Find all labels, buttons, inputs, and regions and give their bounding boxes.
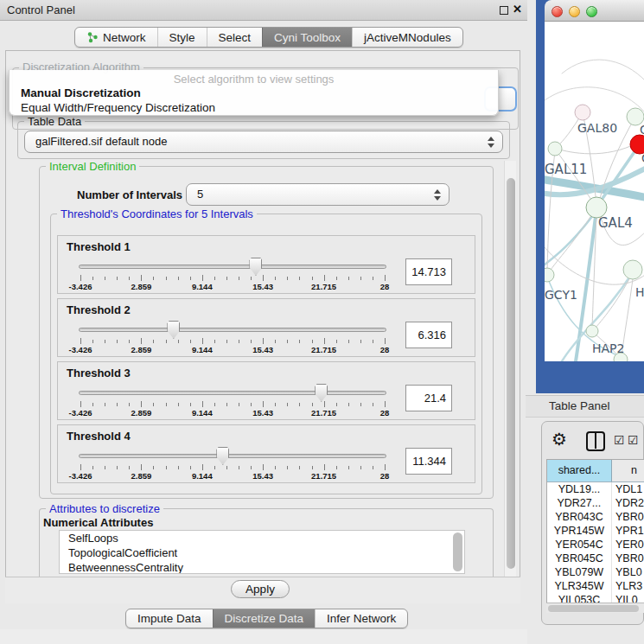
table-row[interactable]: YDL19...YDL1 xyxy=(547,482,644,496)
threshold-1-value-field[interactable]: 14.713 xyxy=(405,258,452,285)
cell-name[interactable]: YIL0 xyxy=(612,593,644,603)
table-data-combo[interactable]: galFiltered.sif default node xyxy=(24,131,503,153)
cell-name[interactable]: YDR2 xyxy=(612,496,644,510)
slider-handle[interactable] xyxy=(249,258,262,276)
slider-handle[interactable] xyxy=(315,384,328,402)
threshold-2-slider[interactable]: -3.4262.8599.14415.4321.71528 xyxy=(79,299,386,358)
panel-scrollbar-thumb[interactable] xyxy=(507,178,515,569)
slider-track[interactable] xyxy=(79,391,386,395)
cell-name[interactable]: YBR0 xyxy=(612,510,644,524)
network-edge[interactable] xyxy=(562,60,644,82)
network-node[interactable] xyxy=(545,268,554,282)
cell-shared-name[interactable]: YDR27... xyxy=(547,496,612,510)
tick-mark xyxy=(263,401,264,407)
cell-shared-name[interactable]: YBR045C xyxy=(547,552,612,565)
tab-network[interactable]: Network xyxy=(75,28,157,47)
mac-minimize-icon[interactable] xyxy=(569,6,580,17)
network-node[interactable] xyxy=(575,105,590,120)
table-row[interactable]: YBR043CYBR0 xyxy=(547,510,644,524)
slider-track[interactable] xyxy=(79,328,386,332)
threshold-1-slider[interactable]: -3.4262.8599.14415.4321.71528 xyxy=(79,236,386,295)
table-horizontal-scrollbar[interactable] xyxy=(546,603,644,613)
tick-mark xyxy=(166,340,167,343)
tab-impute-data[interactable]: Impute Data xyxy=(126,609,213,628)
cell-name[interactable]: YBR0 xyxy=(612,552,644,565)
panel-bottom-strip xyxy=(0,629,527,644)
panel-scrollbar[interactable] xyxy=(504,161,516,577)
tick-mark xyxy=(178,277,179,280)
tab-discretize-data[interactable]: Discretize Data xyxy=(213,609,316,628)
tab-cyni-toolbox[interactable]: Cyni Toolbox xyxy=(262,28,352,47)
tab-label: jActiveMNodules xyxy=(364,31,451,44)
table-row[interactable]: YER054CYER0 xyxy=(547,538,644,552)
tab-jactivemnodules[interactable]: jActiveMNodules xyxy=(352,28,462,47)
table-row[interactable]: YBL079WYBL0 xyxy=(547,565,644,579)
column-header-name[interactable]: n xyxy=(612,460,644,481)
cell-shared-name[interactable]: YIL053C xyxy=(547,593,612,603)
tick-label: -3.426 xyxy=(69,408,92,418)
attribute-item[interactable]: TopologicalCoefficient xyxy=(60,545,464,560)
checkbox-icon[interactable]: ☑ xyxy=(614,433,625,447)
cell-shared-name[interactable]: YER054C xyxy=(547,538,612,552)
checkbox-icon[interactable]: ☑ xyxy=(628,433,639,447)
tab-select[interactable]: Select xyxy=(207,28,263,47)
cell-name[interactable]: YLR3 xyxy=(612,579,644,593)
tab-label: Infer Network xyxy=(327,612,396,625)
apply-button[interactable]: Apply xyxy=(231,580,290,598)
table-row[interactable]: YPR145WYPR1 xyxy=(547,524,644,538)
threshold-4-slider[interactable]: -3.4262.8599.14415.4321.71528 xyxy=(79,425,386,484)
slider-track[interactable] xyxy=(79,265,386,269)
network-window-titlebar[interactable] xyxy=(545,0,644,22)
number-of-intervals-combo[interactable]: 5 xyxy=(186,183,450,206)
threshold-4-value-field[interactable]: 11.344 xyxy=(405,448,452,475)
threshold-3-slider[interactable]: -3.4262.8599.14415.4321.71528 xyxy=(79,362,386,421)
attributes-list-scrollbar[interactable] xyxy=(453,532,462,571)
columns-icon[interactable] xyxy=(586,431,605,451)
mac-zoom-icon[interactable] xyxy=(586,6,597,17)
slider-handle[interactable] xyxy=(167,321,180,339)
table-scrollbar-thumb[interactable] xyxy=(548,605,639,612)
network-node[interactable] xyxy=(623,260,642,279)
network-canvas[interactable]: GAL80GCGAL11GAL4GCY1HHAP2 xyxy=(545,22,644,361)
cell-shared-name[interactable]: YLR345W xyxy=(547,579,612,593)
network-node[interactable] xyxy=(586,325,598,337)
tick-mark xyxy=(214,277,215,280)
column-header-shared[interactable]: shared... xyxy=(547,460,612,481)
cell-name[interactable]: YBL0 xyxy=(612,565,644,579)
tick-mark xyxy=(251,466,252,469)
cell-shared-name[interactable]: YPR145W xyxy=(547,524,612,538)
cell-shared-name[interactable]: YBR043C xyxy=(547,510,612,524)
float-window-icon[interactable] xyxy=(500,6,508,15)
tab-style[interactable]: Style xyxy=(157,28,207,47)
gear-icon[interactable]: ⚙ xyxy=(552,429,567,450)
table-row[interactable]: YIL053CYIL0 xyxy=(547,593,644,603)
tab-infer-network[interactable]: Infer Network xyxy=(315,609,407,628)
slider-handle[interactable] xyxy=(216,447,229,465)
table-row[interactable]: YLR345WYLR3 xyxy=(547,579,644,593)
tick-mark xyxy=(336,466,337,469)
algorithm-combo-placeholder: Select algorithm to view settings xyxy=(10,73,498,86)
attribute-item[interactable]: BetweennessCentrality xyxy=(60,560,464,574)
slider-track[interactable] xyxy=(79,454,386,458)
dropdown-item-equal-width[interactable]: Equal Width/Frequency Discretization xyxy=(21,101,215,114)
network-node[interactable] xyxy=(548,142,562,156)
tick-mark xyxy=(263,275,264,281)
cell-shared-name[interactable]: YDL19... xyxy=(547,482,612,496)
threshold-2-value-field[interactable]: 6.316 xyxy=(405,322,452,348)
cell-name[interactable]: YDL1 xyxy=(612,482,644,496)
mac-close-icon[interactable] xyxy=(552,6,563,17)
table-row[interactable]: YBR045CYBR0 xyxy=(547,552,644,565)
close-icon[interactable]: ✕ xyxy=(513,3,522,16)
cell-name[interactable]: YPR1 xyxy=(612,524,644,538)
cell-shared-name[interactable]: YBL079W xyxy=(547,565,612,579)
cell-name[interactable]: YER0 xyxy=(612,538,644,552)
tick-mark xyxy=(385,338,386,344)
tick-mark xyxy=(129,340,130,343)
attribute-item[interactable]: SelfLoops xyxy=(60,531,464,545)
network-edge[interactable] xyxy=(557,143,638,154)
dropdown-item-manual-discretization[interactable]: Manual Discretization xyxy=(21,86,141,99)
table-row[interactable]: YDR27...YDR2 xyxy=(547,496,644,510)
tick-mark xyxy=(117,403,118,406)
tick-mark xyxy=(251,403,252,406)
threshold-3-value-field[interactable]: 21.4 xyxy=(405,385,452,411)
